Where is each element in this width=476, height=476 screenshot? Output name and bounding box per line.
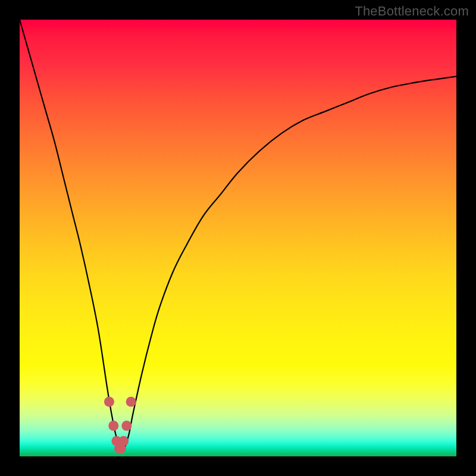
bottleneck-curve	[20, 20, 456, 456]
chart-frame: TheBottleneck.com	[0, 0, 476, 476]
watermark-text: TheBottleneck.com	[355, 4, 469, 19]
curve-marker-dot	[121, 421, 131, 431]
curve-marker-dot	[108, 421, 118, 431]
curve-marker-dot	[126, 397, 136, 407]
curve-marker-dot	[118, 436, 129, 446]
plot-area	[20, 20, 456, 456]
curve-marker-dot	[104, 397, 114, 407]
